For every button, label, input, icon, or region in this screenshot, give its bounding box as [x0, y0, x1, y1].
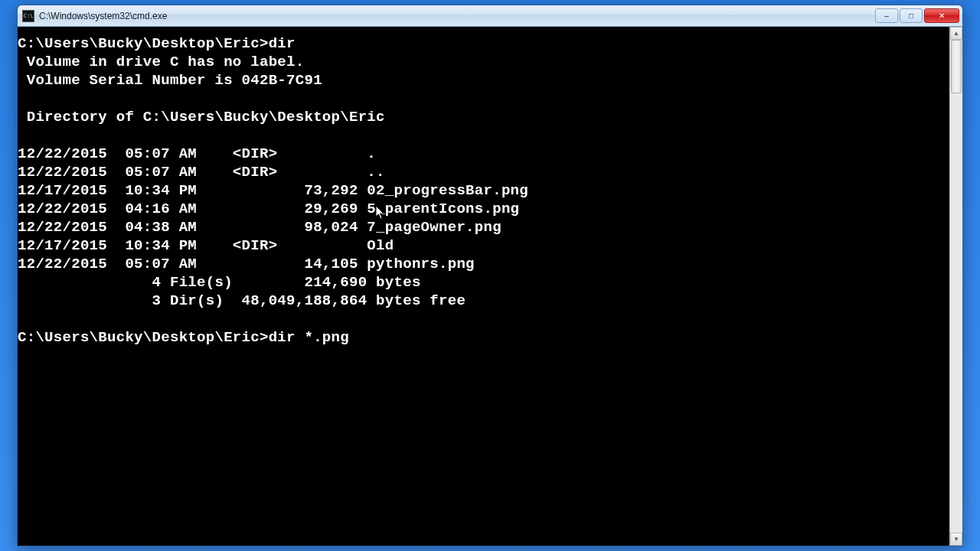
- minimize-icon: –: [884, 12, 889, 20]
- maximize-icon: □: [909, 12, 913, 20]
- titlebar[interactable]: C:\Windows\system32\cmd.exe – □ ✕: [18, 5, 962, 27]
- maximize-button[interactable]: □: [900, 8, 923, 23]
- scroll-track[interactable]: [950, 40, 962, 533]
- scroll-thumb[interactable]: [951, 40, 962, 93]
- scroll-up-button[interactable]: ▲: [950, 27, 962, 40]
- chevron-down-icon: ▼: [953, 536, 959, 543]
- window-title: C:\Windows\system32\cmd.exe: [39, 11, 874, 21]
- vertical-scrollbar[interactable]: ▲ ▼: [949, 27, 962, 546]
- close-icon: ✕: [939, 12, 945, 20]
- scroll-down-button[interactable]: ▼: [950, 533, 962, 546]
- cmd-window: C:\Windows\system32\cmd.exe – □ ✕ C:\Use…: [17, 5, 963, 546]
- cmd-icon: [22, 10, 34, 22]
- client-area: C:\Users\Bucky\Desktop\Eric>dir Volume i…: [18, 27, 962, 546]
- minimize-button[interactable]: –: [875, 8, 898, 23]
- window-controls: – □ ✕: [874, 8, 959, 23]
- chevron-up-icon: ▲: [953, 30, 959, 37]
- console-output[interactable]: C:\Users\Bucky\Desktop\Eric>dir Volume i…: [18, 27, 949, 546]
- close-button[interactable]: ✕: [924, 8, 959, 23]
